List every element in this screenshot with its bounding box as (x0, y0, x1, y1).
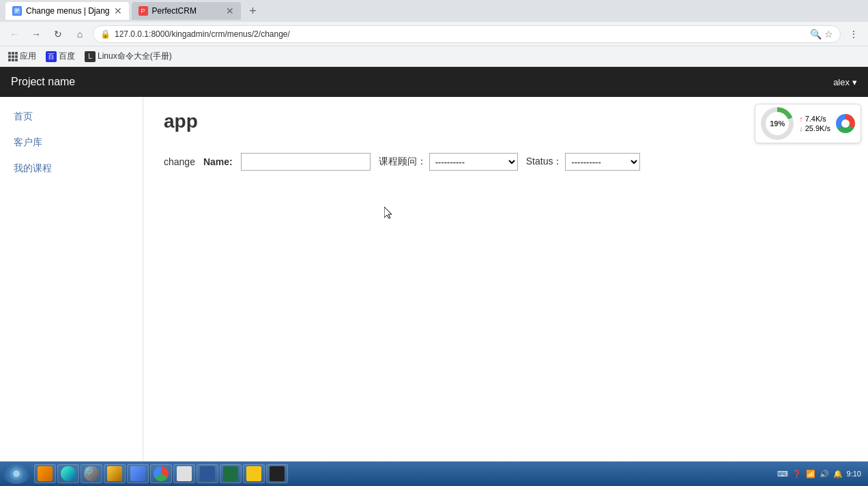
status-label: Status： (526, 156, 563, 168)
perf-upload: ↑ 7.4K/s (799, 115, 830, 123)
consult-label: 课程顾问： (379, 156, 426, 168)
project-name: Project name (11, 76, 75, 88)
tab-close-inactive[interactable]: ✕ (226, 6, 234, 16)
tab-icon-active (12, 6, 22, 16)
more-button[interactable]: ⋮ (845, 25, 863, 43)
upload-arrow: ↑ (799, 115, 803, 123)
status-select[interactable]: ---------- (565, 153, 640, 171)
tab-close-active[interactable]: ✕ (114, 6, 122, 16)
apps-grid-icon (8, 52, 18, 61)
consult-select[interactable]: ---------- (429, 153, 518, 171)
user-dropdown-icon: ▾ (852, 77, 857, 87)
sidebar-item-home[interactable]: 首页 (0, 104, 143, 130)
name-input[interactable] (241, 153, 371, 171)
toolbar-apps[interactable]: 应用 (5, 49, 39, 63)
browser-controls: ← → ↻ ⌂ 🔒 127.0.0.1:8000/kingadmin/crm/m… (0, 22, 868, 46)
bookmark-icon[interactable]: ☆ (824, 29, 833, 40)
perf-stats: ↑ 7.4K/s ↓ 25.9K/s (799, 115, 830, 132)
lock-icon: 🔒 (100, 29, 111, 39)
address-text: 127.0.0.1:8000/kingadmin/crm/menus/2/cha… (115, 29, 290, 39)
search-icon[interactable]: 🔍 (810, 29, 822, 40)
main-content: app change Name: 课程顾问： ---------- Status… (143, 97, 868, 461)
forward-button[interactable]: → (27, 25, 45, 43)
sidebar: 首页 客户库 我的课程 (0, 97, 143, 461)
reload-button[interactable]: ↻ (49, 25, 67, 43)
page-header: Project name alex ▾ (0, 67, 868, 97)
tab-inactive[interactable]: P PerfectCRM ✕ (132, 2, 241, 20)
address-bar-icons: 🔍 ☆ (810, 29, 833, 40)
perf-circle: 19% (761, 107, 794, 140)
download-arrow: ↓ (799, 124, 803, 132)
page-title: app (164, 111, 848, 132)
name-label: Name: (203, 156, 233, 167)
toolbar-linux[interactable]: L Linux命令大全(手册) (82, 49, 175, 63)
chrome-icon[interactable] (836, 114, 855, 133)
sidebar-item-customers[interactable]: 客户库 (0, 130, 143, 156)
sidebar-courses-label: 我的课程 (14, 162, 52, 173)
apps-label: 应用 (20, 51, 36, 62)
tab-label-inactive: PerfectCRM (152, 6, 197, 16)
perf-download: ↓ 25.9K/s (799, 124, 830, 132)
bookmarks-toolbar: 应用 百 百度 L Linux命令大全(手册) (0, 46, 868, 67)
form-row: change Name: 课程顾问： ---------- Status： --… (164, 153, 848, 171)
home-button[interactable]: ⌂ (71, 25, 89, 43)
baidu-label: 百度 (59, 51, 75, 62)
form-prefix: change (164, 156, 195, 167)
page-body: 首页 客户库 我的课程 app change Name: 课程顾问： -----… (0, 97, 868, 461)
sidebar-home-label: 首页 (14, 111, 33, 121)
new-tab-button[interactable]: + (244, 2, 263, 20)
perf-widget: 19% ↑ 7.4K/s ↓ 25.9K/s (755, 104, 861, 143)
chrome-inner (841, 119, 850, 128)
address-bar[interactable]: 🔒 127.0.0.1:8000/kingadmin/crm/menus/2/c… (93, 25, 841, 43)
sidebar-customers-label: 客户库 (14, 137, 42, 147)
linux-icon: L (85, 51, 96, 62)
sidebar-item-courses[interactable]: 我的课程 (0, 156, 143, 182)
username: alex (833, 77, 850, 87)
browser-title-bar: Change menus | Djang ✕ P PerfectCRM ✕ + (0, 0, 868, 22)
baidu-icon: 百 (46, 51, 57, 62)
user-menu[interactable]: alex ▾ (833, 77, 857, 87)
tab-active[interactable]: Change menus | Djang ✕ (5, 2, 129, 20)
back-button[interactable]: ← (5, 25, 23, 43)
consult-group: 课程顾问： ---------- (379, 153, 518, 171)
tab-label-active: Change menus | Djang (26, 6, 110, 16)
status-group: Status： ---------- (526, 153, 641, 171)
perf-percent: 19% (766, 112, 789, 135)
tab-icon-inactive: P (139, 6, 148, 16)
toolbar-baidu[interactable]: 百 百度 (43, 49, 78, 63)
linux-label: Linux命令大全(手册) (98, 51, 172, 62)
upload-value: 7.4K/s (805, 115, 826, 123)
download-value: 25.9K/s (805, 124, 830, 132)
